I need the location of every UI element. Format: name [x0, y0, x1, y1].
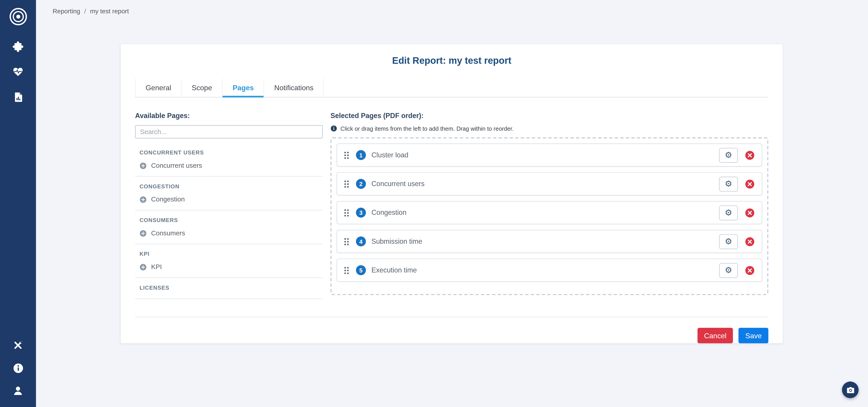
available-pages-list: CONCURRENT USERS Concurrent users CONGES… — [135, 143, 323, 299]
selected-page-label: Concurrent users — [371, 180, 425, 188]
x-circle-icon — [745, 150, 754, 160]
tab-general[interactable]: General — [135, 79, 182, 97]
page-group: KPI KPI — [135, 244, 323, 278]
page-title: Edit Report: my test report — [135, 55, 769, 66]
drag-handle-icon[interactable] — [344, 152, 349, 159]
selected-page-label: Congestion — [371, 209, 406, 216]
footer-actions: Cancel Save — [135, 317, 769, 343]
page-settings-button[interactable] — [719, 234, 738, 249]
x-circle-icon — [745, 179, 754, 189]
row-actions — [719, 234, 754, 249]
available-pages-panel: Available Pages: CONCURRENT USERS Concur… — [135, 112, 323, 299]
reorder-hint-text: Click or drag items from the left to add… — [340, 125, 514, 132]
page-settings-button[interactable] — [719, 176, 738, 191]
info-circle-icon — [331, 125, 337, 132]
camera-icon — [846, 385, 855, 395]
remove-page-button[interactable] — [745, 265, 754, 275]
remove-page-button[interactable] — [745, 237, 754, 246]
breadcrumb: Reporting / my test report — [53, 8, 129, 14]
page-group: CONCURRENT USERS Concurrent users — [135, 143, 323, 177]
selected-pages-heading: Selected Pages (PDF order): — [331, 112, 768, 120]
available-page-label: Congestion — [151, 195, 185, 203]
sidebar-item-modules[interactable] — [0, 33, 36, 59]
heart-pulse-icon — [12, 66, 24, 77]
cancel-button[interactable]: Cancel — [698, 328, 733, 343]
plus-circle-icon — [140, 229, 147, 237]
page-settings-button[interactable] — [719, 263, 738, 278]
plus-circle-icon — [140, 162, 147, 169]
order-badge: 2 — [356, 179, 366, 189]
sidebar-item-health[interactable] — [0, 59, 36, 84]
available-page-label: Concurrent users — [151, 162, 202, 169]
user-icon — [12, 385, 24, 396]
tab-pages[interactable]: Pages — [223, 79, 264, 97]
selected-page-row[interactable]: 1 Cluster load — [337, 143, 762, 167]
page-settings-button[interactable] — [719, 148, 738, 163]
drag-handle-icon[interactable] — [344, 238, 349, 245]
tab-bar: General Scope Pages Notifications — [135, 79, 769, 97]
selected-pages-dropzone[interactable]: 1 Cluster load — [331, 137, 768, 295]
tab-scope[interactable]: Scope — [182, 79, 223, 97]
row-actions — [719, 263, 754, 278]
sidebar-item-tools[interactable] — [0, 334, 36, 356]
sidebar — [0, 0, 36, 407]
reorder-hint: Click or drag items from the left to add… — [331, 125, 768, 132]
selected-pages-panel: Selected Pages (PDF order): Click or dra… — [331, 112, 768, 299]
selected-page-label: Cluster load — [371, 151, 408, 159]
selected-page-row[interactable]: 4 Submission time — [337, 230, 762, 253]
selected-page-row[interactable]: 2 Concurrent users — [337, 172, 762, 196]
row-actions — [719, 205, 754, 220]
app-logo[interactable] — [8, 0, 27, 33]
selected-page-row[interactable]: 5 Execution time — [337, 259, 762, 282]
selected-page-label: Submission time — [371, 238, 422, 245]
drag-handle-icon[interactable] — [344, 180, 349, 187]
x-circle-icon — [745, 237, 754, 246]
remove-page-button[interactable] — [745, 179, 754, 189]
group-header: KPI — [140, 251, 318, 257]
row-actions — [719, 148, 754, 163]
report-document-icon — [12, 91, 24, 103]
remove-page-button[interactable] — [745, 150, 754, 160]
order-badge: 3 — [356, 208, 366, 218]
info-icon — [12, 363, 24, 374]
available-page-item[interactable]: Concurrent users — [140, 156, 318, 176]
available-page-label: Consumers — [151, 229, 185, 237]
sidebar-item-reports[interactable] — [0, 84, 36, 109]
group-header: CONGESTION — [140, 183, 318, 189]
group-header: LICENSES — [140, 285, 318, 291]
tools-icon — [12, 339, 24, 351]
x-circle-icon — [745, 208, 754, 218]
breadcrumb-current: my test report — [90, 8, 129, 14]
order-badge: 5 — [356, 265, 366, 275]
available-pages-heading: Available Pages: — [135, 112, 323, 120]
sidebar-item-user[interactable] — [0, 379, 36, 402]
order-badge: 4 — [356, 237, 366, 247]
sidebar-item-info[interactable] — [0, 356, 36, 379]
selected-page-row[interactable]: 3 Congestion — [337, 201, 762, 224]
row-actions — [719, 176, 754, 191]
available-page-label: KPI — [151, 263, 162, 271]
drag-handle-icon[interactable] — [344, 209, 349, 216]
available-page-item[interactable]: KPI — [140, 257, 318, 277]
app-viewport: Reporting / my test report Edit Report: … — [0, 0, 868, 407]
drag-handle-icon[interactable] — [344, 267, 349, 274]
screenshot-button[interactable] — [842, 381, 859, 398]
x-circle-icon — [745, 265, 754, 275]
plus-circle-icon — [140, 263, 147, 271]
puzzle-icon — [12, 40, 24, 52]
search-input[interactable] — [135, 125, 323, 138]
available-page-item[interactable]: Congestion — [140, 189, 318, 210]
remove-page-button[interactable] — [745, 208, 754, 218]
pages-editor: Available Pages: CONCURRENT USERS Concur… — [135, 112, 769, 299]
tab-notifications[interactable]: Notifications — [264, 79, 324, 97]
page-group: LICENSES — [135, 278, 323, 299]
save-button[interactable]: Save — [739, 328, 768, 343]
topbar: Reporting / my test report — [36, 0, 868, 22]
available-page-item[interactable]: Consumers — [140, 223, 318, 244]
page-settings-button[interactable] — [719, 205, 738, 220]
logo-icon — [8, 7, 27, 26]
group-header: CONCURRENT USERS — [140, 150, 318, 156]
breadcrumb-section[interactable]: Reporting — [53, 8, 80, 14]
group-header: CONSUMERS — [140, 217, 318, 223]
page-group: CONSUMERS Consumers — [135, 211, 323, 244]
